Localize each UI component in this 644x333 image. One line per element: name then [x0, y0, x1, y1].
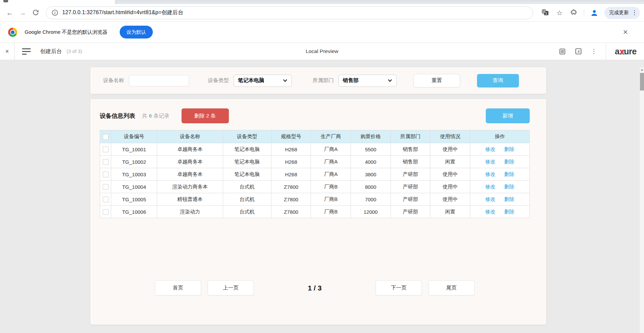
chrome-menu-icon[interactable]: ⋮ — [631, 9, 637, 16]
edit-link[interactable]: 修改 — [485, 184, 496, 189]
col-device-name: 设备名称 — [157, 130, 223, 143]
delete-link[interactable]: 删除 — [504, 209, 515, 214]
chrome-update-chip[interactable]: 完成更新 ⋮ — [604, 7, 640, 19]
axure-logo-x: x — [619, 47, 624, 56]
cell-model: H268 — [271, 156, 311, 168]
col-status: 使用情况 — [430, 130, 470, 143]
pages-menu-icon[interactable] — [22, 48, 31, 55]
cell-department: 产研部 — [390, 193, 430, 206]
device-name-label: 设备名称 — [103, 77, 124, 84]
first-page-button[interactable]: 首页 — [155, 280, 201, 296]
row-checkbox[interactable] — [103, 209, 109, 215]
cell-device-name: 卓越商务本 — [157, 168, 223, 181]
select-all-checkbox[interactable] — [103, 134, 109, 140]
scrollbar-thumb[interactable] — [640, 73, 644, 91]
cell-model: Z7800 — [271, 206, 311, 218]
page-count: (3 of 3) — [67, 49, 82, 54]
tab-favicon — [3, 0, 8, 2]
profile-icon[interactable] — [588, 7, 600, 19]
checkbox-cell — [100, 143, 111, 156]
next-page-button[interactable]: 下一页 — [376, 280, 422, 296]
delete-selected-button[interactable]: 删除 2 条 — [182, 108, 229, 123]
device-type-select[interactable]: 笔记本电脑 — [234, 75, 292, 87]
edit-link[interactable]: 修改 — [485, 196, 496, 202]
cell-model: H268 — [271, 143, 311, 156]
prev-page-button[interactable]: 上一页 — [208, 280, 254, 296]
edit-link[interactable]: 修改 — [485, 159, 496, 164]
cell-device-id: TG_10006 — [111, 206, 157, 218]
browser-toolbar: ← → 127.0.0.1:32767/start.html#id=4vrt81… — [0, 4, 644, 22]
address-bar[interactable]: 127.0.0.1:32767/start.html#id=4vrt81&p=创… — [46, 6, 533, 19]
vertical-scrollbar[interactable]: ▲ ▼ — [639, 67, 644, 333]
back-icon[interactable]: ← — [3, 6, 16, 19]
banner-text: Google Chrome 不是您的默认浏览器 — [25, 29, 108, 35]
set-default-button[interactable]: 设为默认 — [120, 26, 153, 39]
col-vendor: 生产厂商 — [311, 130, 351, 143]
browser-tab-strip — [0, 0, 644, 4]
cell-device-type: 笔记本电脑 — [223, 156, 271, 168]
preview-more-icon[interactable]: ⋮ — [591, 48, 597, 55]
forward-icon[interactable]: → — [16, 6, 29, 19]
svg-text:x: x — [577, 49, 580, 54]
department-select[interactable]: 销售部 — [338, 75, 397, 87]
row-checkbox[interactable] — [103, 184, 109, 190]
cell-price: 5500 — [351, 143, 391, 156]
cell-department: 产研部 — [390, 168, 430, 181]
notes-icon[interactable] — [559, 48, 566, 55]
cell-device-id: TG_10002 — [111, 156, 157, 168]
cell-status: 使用中 — [430, 193, 470, 206]
device-type-value: 笔记本电脑 — [238, 77, 264, 84]
reset-button[interactable]: 重置 — [413, 74, 460, 87]
delete-link[interactable]: 删除 — [504, 146, 515, 152]
translate-icon[interactable]: 文 G — [539, 7, 551, 19]
sidebar-close-icon[interactable]: × — [0, 48, 14, 55]
cell-price: 4000 — [351, 156, 391, 168]
table-row: TG_10001 卓越商务本 笔记本电脑 H268 厂商A 5500 销售部 使… — [100, 143, 530, 156]
chrome-logo-icon — [8, 28, 17, 37]
cell-vendor: 厂商B — [311, 206, 351, 218]
scrollbar-up-icon[interactable]: ▲ — [640, 67, 644, 72]
axure-logo-a: a — [615, 47, 619, 56]
cell-vendor: 厂商A — [311, 156, 351, 168]
last-page-button[interactable]: 尾页 — [428, 280, 475, 296]
variables-icon[interactable]: x — [575, 48, 582, 55]
pagination: 首页 上一页 1 / 3 下一页 尾页 — [100, 280, 530, 296]
delete-link[interactable]: 删除 — [504, 159, 515, 164]
axure-logo: axure — [615, 47, 637, 56]
bookmark-star-icon[interactable]: ☆ — [553, 7, 566, 19]
prototype-content: 设备名称 设备类型 笔记本电脑 所属部门 销售部 重置 查询 设备信息列 — [0, 67, 644, 333]
search-button[interactable]: 查询 — [477, 74, 519, 87]
active-tab[interactable] — [0, 0, 115, 4]
cell-vendor: 厂商B — [311, 193, 351, 206]
delete-link[interactable]: 删除 — [504, 171, 515, 177]
add-button[interactable]: 新增 — [486, 108, 530, 123]
edit-link[interactable]: 修改 — [485, 146, 496, 152]
row-checkbox[interactable] — [103, 172, 109, 177]
delete-link[interactable]: 删除 — [504, 196, 515, 202]
row-checkbox[interactable] — [103, 159, 109, 165]
row-checkbox[interactable] — [103, 147, 109, 152]
cell-status: 使用中 — [430, 143, 470, 156]
edit-link[interactable]: 修改 — [485, 171, 496, 177]
row-checkbox[interactable] — [103, 197, 109, 202]
screen: ← → 127.0.0.1:32767/start.html#id=4vrt81… — [0, 0, 644, 333]
update-chip-label: 完成更新 — [609, 9, 629, 16]
device-name-input[interactable] — [129, 75, 189, 86]
cell-device-type: 台式机 — [223, 181, 271, 193]
site-info-icon[interactable] — [52, 9, 58, 16]
delete-link[interactable]: 删除 — [504, 184, 515, 189]
preview-title: Local Preview — [0, 48, 644, 54]
reload-icon[interactable] — [29, 6, 42, 19]
cell-model: Z7800 — [271, 193, 311, 206]
url-text[interactable]: 127.0.0.1:32767/start.html#id=4vrt81&p=创… — [62, 9, 183, 16]
banner-close-icon[interactable]: × — [620, 26, 631, 38]
chevron-down-icon — [283, 79, 287, 82]
edit-link[interactable]: 修改 — [485, 209, 496, 214]
col-actions: 操作 — [470, 130, 530, 143]
department-label: 所属部门 — [313, 77, 334, 84]
preview-bar-actions: x ⋮ axure — [559, 43, 644, 60]
extensions-icon[interactable] — [568, 7, 580, 19]
toolbar-actions: 文 G ☆ 完成更新 ⋮ — [539, 7, 640, 19]
col-device-type: 设备类型 — [223, 130, 271, 143]
default-browser-banner: Google Chrome 不是您的默认浏览器 设为默认 × — [0, 22, 644, 43]
